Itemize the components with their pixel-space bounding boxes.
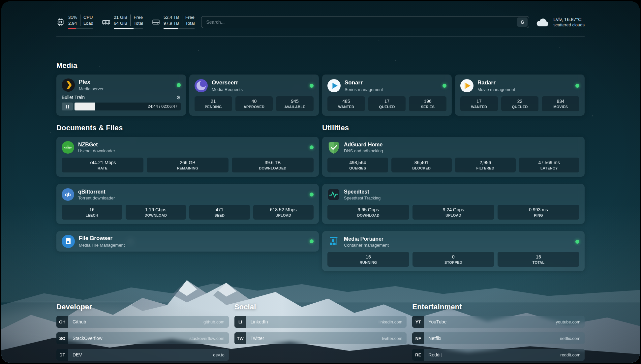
developer-section-title: Developer <box>56 303 229 311</box>
status-dot <box>575 84 579 88</box>
svg-text:nzbget: nzbget <box>64 146 72 149</box>
stat-box: 16 TOTAL <box>498 252 579 267</box>
pause-button[interactable] <box>62 103 73 110</box>
status-dot <box>310 84 314 88</box>
link-twitter[interactable]: TW Twitter twitter.com <box>234 332 407 344</box>
radarr-icon <box>460 79 473 92</box>
plex-icon <box>62 78 75 92</box>
dashboard-content: 31% 2.94 CPU Load <box>1 1 640 363</box>
gear-icon[interactable]: ⚙ <box>176 95 181 100</box>
app-name: Plex <box>79 79 104 85</box>
system-metrics: 31% 2.94 CPU Load <box>56 15 195 29</box>
app-subtitle: Movie management <box>477 87 515 92</box>
disk-total-label: Total <box>185 20 195 26</box>
stat-box: 2,956 FILTERED <box>455 158 516 172</box>
stat-box: 16 RUNNING <box>327 252 409 267</box>
ram-free-value: 21 GiB <box>114 15 127 20</box>
stat-box: 40 APPROVED <box>235 96 273 111</box>
stat-box: 485 WANTED <box>327 96 365 111</box>
portainer-card[interactable]: Media Portainer Container management 16 … <box>322 231 585 271</box>
cpu-load-label: Load <box>83 20 93 26</box>
top-bar: 31% 2.94 CPU Load <box>56 15 585 29</box>
github-badge: GH <box>56 316 68 328</box>
search-input[interactable] <box>201 19 517 25</box>
link-linkedin[interactable]: LI LinkedIn linkedin.com <box>234 316 407 328</box>
link-youtube[interactable]: YT YouTube youtube.com <box>412 316 585 328</box>
search-bar[interactable]: G <box>201 16 529 28</box>
link-stackoverflow[interactable]: SO StackOverflow stackoverflow.com <box>56 332 229 344</box>
sonarr-card[interactable]: Sonarr Series management 485 WANTED 17 Q… <box>322 75 452 116</box>
overseerr-card[interactable]: Overseerr Media Requests 21 PENDING 40 A… <box>189 75 319 116</box>
memory-icon <box>102 18 110 26</box>
app-name: File Browser <box>79 235 125 242</box>
dev-badge: DT <box>56 349 68 361</box>
link-reddit[interactable]: RE Reddit reddit.com <box>412 349 585 361</box>
stat-box: 196 SERIES <box>409 96 446 111</box>
app-subtitle: Usenet downloader <box>78 148 115 153</box>
playback-progress-bar[interactable]: 24:44 / 02:06:47 <box>75 103 181 110</box>
dashboard-window: 31% 2.94 CPU Load <box>1 1 640 363</box>
stat-box: 834 MOVIES <box>542 96 579 111</box>
disk-total-value: 97.9 TB <box>164 20 179 26</box>
adguard-card[interactable]: AdGuard Home DNS and adblocking 498,564 … <box>322 137 585 177</box>
link-dev[interactable]: DT DEV dev.to <box>56 349 229 361</box>
section-developer: Developer GH Github github.com SO StackO… <box>56 303 229 361</box>
status-dot <box>310 239 314 243</box>
disk-free-label: Free <box>185 15 195 20</box>
playback-time: 24:44 / 02:06:47 <box>148 104 177 109</box>
stat-box: 266 GB REMAINING <box>147 158 229 172</box>
overseerr-icon <box>195 79 208 92</box>
header-divider <box>56 37 585 37</box>
portainer-crane-icon <box>327 235 340 248</box>
section-utilities: Utilities AdGuard Home <box>322 124 585 271</box>
nzbget-card[interactable]: nzbget NZBGet Usenet downloader 744.21 M… <box>56 137 319 177</box>
documents-section-title: Documents & Files <box>56 124 319 132</box>
stat-box: 1.19 Gbps DOWNLOAD <box>126 205 186 220</box>
cpu-percent: 31% <box>68 15 77 20</box>
app-subtitle: Speedtest Tracking <box>344 196 381 200</box>
now-playing-title: Bullet Train <box>62 95 85 100</box>
stat-box: 16 LEECH <box>62 205 122 220</box>
stat-box: 945 AVAILABLE <box>276 96 314 111</box>
speedtest-card[interactable]: Speedtest Speedtest Tracking 9.65 Gbps D… <box>322 184 585 224</box>
app-name: qBittorrent <box>78 189 115 195</box>
media-grid: Plex Media server Bullet Train ⚙ 24:44 /… <box>56 75 585 116</box>
media-section-title: Media <box>56 61 585 70</box>
weather-location: Lviv, 16.87°C <box>553 17 585 22</box>
app-subtitle: Media File Management <box>79 243 125 248</box>
sonarr-icon <box>327 79 341 92</box>
app-name: Speedtest <box>344 189 381 195</box>
hard-drive-icon <box>152 18 160 26</box>
plex-card[interactable]: Plex Media server Bullet Train ⚙ 24:44 /… <box>56 75 186 116</box>
stat-box: 744.21 Mbps RATE <box>62 158 143 172</box>
search-engine-button[interactable]: G <box>517 17 528 27</box>
stackoverflow-badge: SO <box>56 332 68 344</box>
status-dot <box>443 84 446 88</box>
filebrowser-card[interactable]: File Browser Media File Management <box>56 231 319 252</box>
ram-metric: 21 GiB 64 GiB Free Total <box>102 15 143 29</box>
stat-box: 9.24 Gbps UPLOAD <box>412 205 494 220</box>
ram-total-value: 64 GiB <box>114 20 127 26</box>
stat-box: 0.993 ms PING <box>498 205 579 220</box>
speedtest-pulse-icon <box>327 188 340 201</box>
radarr-card[interactable]: Radarr Movie management 17 WANTED 22 QUE… <box>455 75 585 116</box>
youtube-badge: YT <box>412 316 424 328</box>
twitter-badge: TW <box>234 332 246 344</box>
stat-box: 39.6 TB DOWNLOADED <box>232 158 314 172</box>
disk-free-value: 52.4 TB <box>164 15 179 20</box>
status-dot <box>177 83 181 87</box>
qbittorrent-card[interactable]: qb qBittorrent Torrent downloader 16 LEE… <box>56 184 319 224</box>
app-name: Overseerr <box>212 79 243 86</box>
svg-text:qb: qb <box>65 192 71 197</box>
cpu-label: CPU <box>83 15 93 20</box>
cpu-metric: 31% 2.94 CPU Load <box>56 15 93 29</box>
ram-usage-bar <box>114 28 143 29</box>
link-netflix[interactable]: NF Netflix netflix.com <box>412 332 585 344</box>
app-subtitle: Container management <box>344 243 389 248</box>
link-github[interactable]: GH Github github.com <box>56 316 229 328</box>
cpu-usage-bar <box>68 28 93 29</box>
app-name: AdGuard Home <box>344 141 383 148</box>
ram-free-label: Free <box>134 15 143 20</box>
stat-box: 17 WANTED <box>460 96 498 111</box>
entertainment-section-title: Entertainment <box>412 303 585 311</box>
